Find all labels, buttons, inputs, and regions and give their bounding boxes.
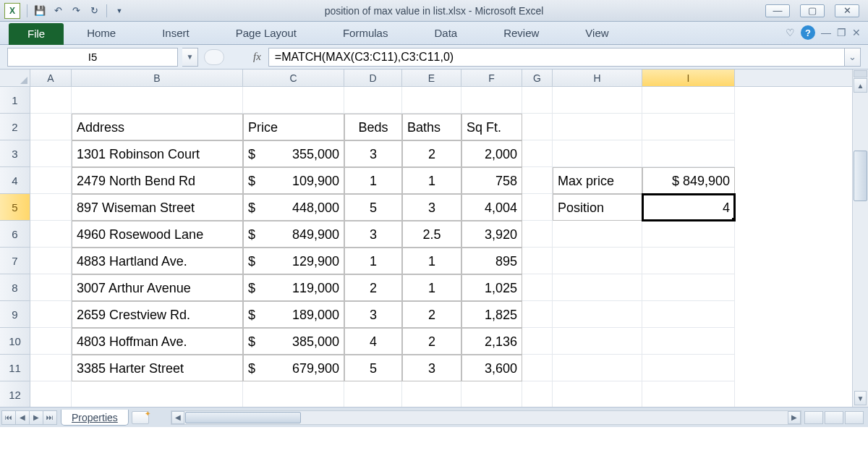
scroll-right-icon[interactable]: ▶: [788, 411, 801, 424]
cell-beds[interactable]: 3: [344, 140, 402, 167]
cell-baths[interactable]: 2.5: [402, 221, 461, 248]
workbook-close-icon[interactable]: ✕: [852, 27, 861, 38]
row-header-2[interactable]: 2: [0, 114, 30, 140]
name-box[interactable]: I5: [7, 48, 178, 67]
sheet-nav-last-icon[interactable]: ⏭: [43, 410, 57, 425]
col-header-C[interactable]: C: [243, 69, 344, 86]
fx-icon[interactable]: fx: [253, 51, 261, 63]
scroll-thumb[interactable]: [854, 151, 867, 201]
view-normal-icon[interactable]: [804, 411, 823, 424]
cell-baths[interactable]: 2: [402, 301, 461, 328]
tab-insert[interactable]: Insert: [152, 22, 200, 44]
cell-beds[interactable]: 3: [344, 301, 402, 328]
row-header-1[interactable]: 1: [0, 87, 30, 114]
expand-formula-bar-icon[interactable]: ⌄: [845, 48, 861, 67]
row-header-4[interactable]: 4: [0, 167, 30, 194]
row-header-5[interactable]: 5: [0, 194, 30, 221]
row-header-11[interactable]: 11: [0, 355, 30, 381]
repeat-icon[interactable]: ↻: [86, 3, 102, 19]
qat-customize-icon[interactable]: ▼: [111, 3, 127, 19]
hscroll-thumb[interactable]: [185, 412, 301, 423]
cell-baths[interactable]: 2: [402, 140, 461, 167]
cell-baths[interactable]: 3: [402, 355, 461, 381]
cell-sqft[interactable]: 2,136: [461, 328, 522, 355]
cell-sqft[interactable]: 1,025: [461, 274, 522, 301]
header-price[interactable]: Price: [243, 114, 344, 140]
col-header-H[interactable]: H: [553, 69, 642, 86]
view-pagebreak-icon[interactable]: [845, 411, 864, 424]
cell-address[interactable]: 2479 North Bend Rd: [72, 167, 243, 194]
cell-sqft[interactable]: 895: [461, 248, 522, 274]
tab-view[interactable]: View: [575, 22, 618, 44]
cell-address[interactable]: 4803 Hoffman Ave.: [72, 328, 243, 355]
col-header-I[interactable]: I: [642, 69, 735, 86]
header-address[interactable]: Address: [72, 114, 243, 140]
position-label[interactable]: Position: [553, 194, 642, 221]
split-handle[interactable]: [854, 70, 867, 77]
save-icon[interactable]: 💾: [32, 3, 48, 19]
cell-baths[interactable]: 2: [402, 328, 461, 355]
sheet-tab-properties[interactable]: Properties: [61, 410, 129, 426]
cell-beds[interactable]: 1: [344, 167, 402, 194]
row-header-12[interactable]: 12: [0, 381, 30, 408]
maxprice-label[interactable]: Max price: [553, 167, 642, 194]
scroll-down-icon[interactable]: ▼: [854, 391, 867, 405]
col-header-F[interactable]: F: [461, 69, 522, 86]
cell-sqft[interactable]: 4,004: [461, 194, 522, 221]
row-header-7[interactable]: 7: [0, 248, 30, 274]
col-header-G[interactable]: G: [522, 69, 553, 86]
maxprice-value[interactable]: $ 849,900: [642, 167, 735, 194]
sheet-nav-first-icon[interactable]: ⏮: [1, 410, 16, 425]
worksheet-grid[interactable]: A B C D E F G H I 1 2 3 4 5 6 7 8 9 10 1…: [0, 69, 868, 427]
workbook-restore-icon[interactable]: ❐: [837, 27, 846, 38]
cell-address[interactable]: 3385 Harter Street: [72, 355, 243, 381]
formula-input[interactable]: =MATCH(MAX(C3:C11),C3:C11,0): [268, 48, 845, 67]
cells-area[interactable]: Address Price Beds Baths Sq Ft. 1301 Rob…: [30, 87, 852, 407]
maximize-button[interactable]: ▢: [800, 4, 825, 17]
tab-formulas[interactable]: Formulas: [333, 22, 399, 44]
cell-beds[interactable]: 1: [344, 248, 402, 274]
cell-address[interactable]: 897 Wiseman Street: [72, 194, 243, 221]
cell-address[interactable]: 4883 Hartland Ave.: [72, 248, 243, 274]
cell-price[interactable]: $849,900: [243, 221, 344, 248]
help-icon[interactable]: ?: [801, 25, 815, 40]
cell-baths[interactable]: 3: [402, 194, 461, 221]
cell-sqft[interactable]: 2,000: [461, 140, 522, 167]
cell-price[interactable]: $119,000: [243, 274, 344, 301]
cell-baths[interactable]: 1: [402, 248, 461, 274]
tab-review[interactable]: Review: [493, 22, 549, 44]
namebox-dropdown-icon[interactable]: ▼: [182, 48, 198, 67]
header-beds[interactable]: Beds: [344, 114, 402, 140]
workbook-minimize-icon[interactable]: —: [821, 27, 831, 38]
close-button[interactable]: ✕: [835, 4, 859, 17]
cancel-entry-icon[interactable]: [204, 49, 224, 65]
col-header-D[interactable]: D: [344, 69, 402, 86]
cell-sqft[interactable]: 3,920: [461, 221, 522, 248]
row-header-10[interactable]: 10: [0, 328, 30, 355]
cell-price[interactable]: $355,000: [243, 140, 344, 167]
minimize-button[interactable]: —: [765, 4, 790, 17]
cell-beds[interactable]: 5: [344, 355, 402, 381]
sheet-nav-prev-icon[interactable]: ◀: [15, 410, 30, 425]
col-header-A[interactable]: A: [30, 69, 72, 86]
redo-icon[interactable]: ↷: [68, 3, 84, 19]
cell-beds[interactable]: 4: [344, 328, 402, 355]
cell-sqft[interactable]: 3,600: [461, 355, 522, 381]
cell-beds[interactable]: 5: [344, 194, 402, 221]
horizontal-scrollbar[interactable]: ◀ ▶: [171, 410, 801, 425]
cell-address[interactable]: 2659 Crestview Rd.: [72, 301, 243, 328]
cell-price[interactable]: $189,000: [243, 301, 344, 328]
row-header-3[interactable]: 3: [0, 140, 30, 167]
cell-address[interactable]: 4960 Rosewood Lane: [72, 221, 243, 248]
vertical-scrollbar[interactable]: ▲ ▼: [852, 69, 868, 407]
cell-address[interactable]: 3007 Arthur Avenue: [72, 274, 243, 301]
ribbon-min-icon[interactable]: ♡: [786, 27, 795, 38]
row-headers[interactable]: 1 2 3 4 5 6 7 8 9 10 11 12: [0, 87, 30, 407]
cell-price[interactable]: $129,900: [243, 248, 344, 274]
row-header-8[interactable]: 8: [0, 274, 30, 301]
cell-sqft[interactable]: 1,825: [461, 301, 522, 328]
header-sqft[interactable]: Sq Ft.: [461, 114, 522, 140]
cell-address[interactable]: 1301 Robinson Court: [72, 140, 243, 167]
col-header-E[interactable]: E: [402, 69, 461, 86]
cell-beds[interactable]: 2: [344, 274, 402, 301]
